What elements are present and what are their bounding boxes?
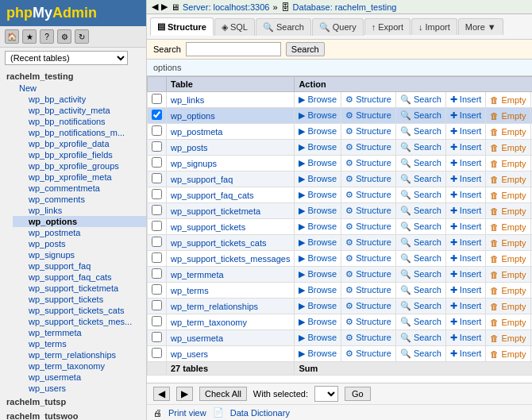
sidebar-table-wp_term_relationships[interactable]: wp_term_relationships xyxy=(13,349,146,360)
table-name-link[interactable]: wp_support_faq_cats xyxy=(171,191,254,200)
check-all-button[interactable]: Check All xyxy=(199,387,247,401)
sidebar-table-wp_comments[interactable]: wp_comments xyxy=(13,194,146,205)
insert-link[interactable]: ✚ Insert xyxy=(450,301,482,311)
structure-link[interactable]: ⚙ Structure xyxy=(345,110,391,121)
search-link[interactable]: 🔍 Search xyxy=(400,174,441,184)
search-button[interactable]: Search xyxy=(286,42,325,56)
search-link[interactable]: 🔍 Search xyxy=(400,253,441,264)
insert-link[interactable]: ✚ Insert xyxy=(450,253,482,264)
table-name-link[interactable]: wp_term_taxonomy xyxy=(171,318,247,327)
row-checkbox[interactable] xyxy=(152,173,162,183)
sidebar-db-rachelm_tutsp[interactable]: rachelm_tutsp xyxy=(0,395,146,408)
structure-link[interactable]: ⚙ Structure xyxy=(345,94,391,105)
table-name-link[interactable]: wp_support_faq xyxy=(171,175,233,184)
nav-forward-button[interactable]: ▶ xyxy=(176,387,193,401)
browse-link[interactable]: ▶ Browse xyxy=(299,349,337,359)
insert-link[interactable]: ✚ Insert xyxy=(450,110,482,121)
tab-import[interactable]: ↓ Import xyxy=(411,18,457,35)
row-checkbox[interactable] xyxy=(152,316,162,326)
row-checkbox[interactable] xyxy=(152,300,162,310)
structure-link[interactable]: ⚙ Structure xyxy=(345,142,391,152)
row-checkbox[interactable] xyxy=(152,252,162,263)
breadcrumb-database[interactable]: Database: rachelm_testing xyxy=(293,2,397,12)
insert-link[interactable]: ✚ Insert xyxy=(450,158,482,168)
empty-link[interactable]: 🗑 Empty xyxy=(490,127,526,137)
browse-link[interactable]: ▶ Browse xyxy=(299,333,337,343)
browse-link[interactable]: ▶ Browse xyxy=(299,142,337,152)
sidebar-table-wp_bp_activity[interactable]: wp_bp_activity xyxy=(13,94,146,105)
search-link[interactable]: 🔍 Search xyxy=(400,206,441,216)
settings-icon[interactable]: ⚙ xyxy=(57,29,71,44)
structure-link[interactable]: ⚙ Structure xyxy=(345,333,391,343)
search-link[interactable]: 🔍 Search xyxy=(400,317,441,327)
browse-link[interactable]: ▶ Browse xyxy=(299,237,337,248)
sidebar-table-wp_usermeta[interactable]: wp_usermeta xyxy=(13,372,146,383)
sidebar-table-wp_signups[interactable]: wp_signups xyxy=(13,249,146,260)
table-name-link[interactable]: wp_posts xyxy=(171,143,207,152)
sidebar-new-item[interactable]: New xyxy=(13,83,146,94)
row-checkbox[interactable] xyxy=(152,348,162,358)
sidebar-table-wp_termmeta[interactable]: wp_termmeta xyxy=(13,327,146,338)
search-link[interactable]: 🔍 Search xyxy=(400,285,441,295)
tab-export[interactable]: ↑ Export xyxy=(364,18,411,35)
browse-link[interactable]: ▶ Browse xyxy=(299,190,337,200)
row-checkbox[interactable] xyxy=(152,205,162,215)
insert-link[interactable]: ✚ Insert xyxy=(450,94,482,105)
empty-link[interactable]: 🗑 Empty xyxy=(490,191,526,200)
sidebar-table-wp_postmeta[interactable]: wp_postmeta xyxy=(13,227,146,238)
search-link[interactable]: 🔍 Search xyxy=(400,237,441,248)
tab-sql[interactable]: ◈ SQL xyxy=(214,18,255,36)
insert-link[interactable]: ✚ Insert xyxy=(450,206,482,216)
sidebar-table-wp_support_ticketmeta[interactable]: wp_support_ticketmeta xyxy=(13,283,146,294)
sidebar-db-name[interactable]: rachelm_testing xyxy=(0,70,146,83)
sidebar-table-wp_bp_xprofile_fields[interactable]: wp_bp_xprofile_fields xyxy=(13,149,146,160)
structure-link[interactable]: ⚙ Structure xyxy=(345,301,391,311)
row-checkbox[interactable] xyxy=(152,189,162,199)
structure-link[interactable]: ⚙ Structure xyxy=(345,237,391,248)
search-link[interactable]: 🔍 Search xyxy=(400,349,441,359)
sidebar-table-wp_bp_xprofile_meta[interactable]: wp_bp_xprofile_meta xyxy=(13,171,146,183)
sidebar-table-wp_bp_notifications_meta[interactable]: wp_bp_notifications_m... xyxy=(13,127,146,138)
empty-link[interactable]: 🗑 Empty xyxy=(490,349,526,359)
structure-link[interactable]: ⚙ Structure xyxy=(345,222,391,232)
row-checkbox[interactable] xyxy=(152,110,162,120)
breadcrumb-server[interactable]: Server: localhost:3306 xyxy=(183,2,269,12)
search-link[interactable]: 🔍 Search xyxy=(400,126,441,137)
table-name-link[interactable]: wp_term_relationships xyxy=(171,302,258,311)
search-link[interactable]: 🔍 Search xyxy=(400,158,441,168)
empty-link[interactable]: 🗑 Empty xyxy=(490,111,526,121)
sidebar-table-wp_terms[interactable]: wp_terms xyxy=(13,338,146,349)
browse-link[interactable]: ▶ Browse xyxy=(299,269,337,279)
empty-link[interactable]: 🗑 Empty xyxy=(490,286,526,295)
search-link[interactable]: 🔍 Search xyxy=(400,190,441,200)
row-checkbox[interactable] xyxy=(152,237,162,247)
insert-link[interactable]: ✚ Insert xyxy=(450,142,482,152)
empty-link[interactable]: 🗑 Empty xyxy=(490,302,526,311)
tab-query[interactable]: 🔍 Query xyxy=(312,18,364,36)
insert-link[interactable]: ✚ Insert xyxy=(450,333,482,343)
sidebar-table-wp_support_tickets_cats[interactable]: wp_support_tickets_cats xyxy=(13,305,146,316)
tab-structure[interactable]: ▤ Structure xyxy=(150,17,214,36)
structure-link[interactable]: ⚙ Structure xyxy=(345,349,391,359)
row-checkbox[interactable] xyxy=(152,157,162,168)
search-input[interactable] xyxy=(186,42,281,56)
structure-link[interactable]: ⚙ Structure xyxy=(345,158,391,168)
empty-link[interactable]: 🗑 Empty xyxy=(490,270,526,279)
table-name-link[interactable]: wp_support_tickets xyxy=(171,222,245,232)
home-icon[interactable]: 🏠 xyxy=(5,29,19,44)
browse-link[interactable]: ▶ Browse xyxy=(299,158,337,168)
row-checkbox[interactable] xyxy=(152,284,162,295)
structure-link[interactable]: ⚙ Structure xyxy=(345,317,391,327)
table-name-link[interactable]: wp_support_tickets_cats xyxy=(171,238,266,248)
empty-link[interactable]: 🗑 Empty xyxy=(490,95,526,105)
nav-arrow-right[interactable]: ▶ xyxy=(161,2,168,12)
insert-link[interactable]: ✚ Insert xyxy=(450,126,482,137)
empty-link[interactable]: 🗑 Empty xyxy=(490,175,526,184)
insert-link[interactable]: ✚ Insert xyxy=(450,349,482,359)
sidebar-table-wp_bp_notifications[interactable]: wp_bp_notifications xyxy=(13,116,146,127)
search-link[interactable]: 🔍 Search xyxy=(400,222,441,232)
row-checkbox[interactable] xyxy=(152,125,162,136)
empty-link[interactable]: 🗑 Empty xyxy=(490,222,526,232)
search-link[interactable]: 🔍 Search xyxy=(400,94,441,105)
sidebar-table-wp_support_faq_cats[interactable]: wp_support_faq_cats xyxy=(13,272,146,283)
